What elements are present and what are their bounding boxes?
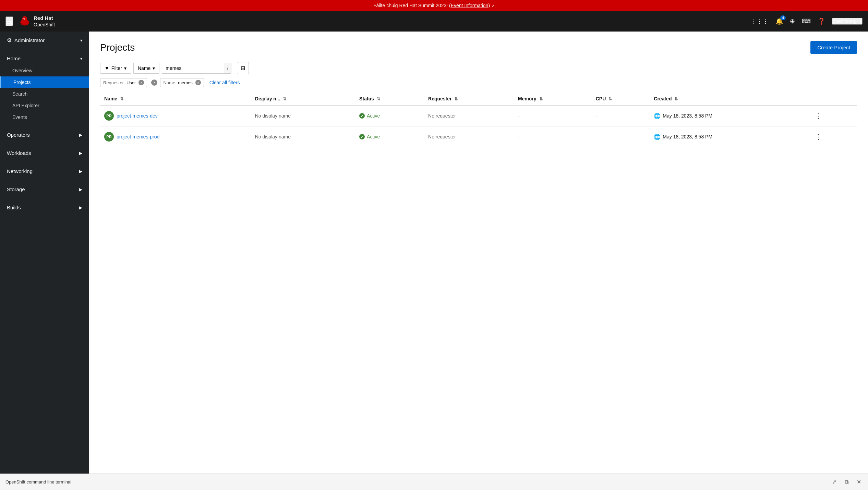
main-content: Projects Create Project ▼ Filter ▾ Name … — [89, 32, 868, 474]
header: ☰ R Red Hat OpenShift ⋮⋮⋮ 🔔 4 ⊕ ⌨ ❓ — [0, 11, 868, 32]
requester-group-clear-button[interactable]: × — [151, 79, 157, 86]
chip-name-value: memes — [178, 80, 193, 85]
sidebar-section-operators-label: Operators — [7, 132, 30, 138]
sidebar-section-home-header[interactable]: Home ▾ — [0, 52, 89, 65]
sort-created-icon[interactable]: ⇅ — [674, 97, 678, 101]
banner-text: Fáilte chuig Red Hat Summit 2023! ( — [373, 3, 451, 8]
sidebar-operators-chevron-icon: ▶ — [79, 133, 82, 137]
col-cpu: CPU ⇅ — [592, 93, 650, 105]
col-display-name: Display n... ⇅ — [251, 93, 355, 105]
chevron-down-icon: ▾ — [859, 19, 862, 24]
cell-name-0: PR project-memes-dev — [100, 105, 251, 126]
gear-icon: ⚙ — [7, 37, 12, 44]
sidebar-item-overview[interactable]: Overview — [0, 65, 89, 76]
sidebar-home-chevron-icon: ▾ — [80, 56, 82, 61]
help-button[interactable]: ❓ — [818, 17, 825, 25]
project-link-1[interactable]: project-memes-prod — [117, 134, 159, 139]
status-label-0: Active — [367, 113, 380, 119]
table-row: PR project-memes-dev No display name Act… — [100, 105, 857, 126]
sort-status-icon[interactable]: ⇅ — [377, 97, 380, 101]
chip-requester-value: User — [126, 80, 136, 85]
svg-text:R: R — [23, 17, 25, 21]
sidebar-section-home-label: Home — [7, 56, 21, 61]
hamburger-menu-button[interactable]: ☰ — [5, 16, 13, 26]
sidebar-section-operators: Operators ▶ — [0, 126, 89, 144]
sort-memory-icon[interactable]: ⇅ — [539, 97, 543, 101]
search-input-wrap: / — [162, 63, 231, 74]
col-name: Name ⇅ — [100, 93, 251, 105]
sidebar-section-operators-header[interactable]: Operators ▶ — [0, 128, 89, 141]
sidebar-section-builds: Builds ▶ — [0, 198, 89, 217]
bottom-bar-popout-button[interactable]: ⧉ — [843, 478, 850, 487]
bottom-bar-close-button[interactable]: ✕ — [855, 477, 863, 487]
role-label: Administrator — [14, 37, 45, 43]
username-label: opentlc-mgr — [833, 19, 858, 24]
cell-created-1: 🌐 May 18, 2023, 8:58 PM — [650, 126, 808, 147]
sidebar-section-workloads-label: Workloads — [7, 150, 31, 156]
manage-columns-button[interactable]: ⊞ — [237, 62, 249, 74]
add-button[interactable]: ⊕ — [790, 17, 795, 25]
notifications-button[interactable]: 🔔 4 — [775, 17, 783, 25]
sort-requester-icon[interactable]: ⇅ — [454, 97, 458, 101]
role-selector[interactable]: ⚙ Administrator ▾ — [0, 32, 89, 49]
cell-action-0: ⋮ — [808, 105, 857, 126]
sidebar-storage-chevron-icon: ▶ — [79, 187, 82, 192]
status-dot-0 — [359, 113, 365, 119]
sidebar-section-workloads-header[interactable]: Workloads ▶ — [0, 147, 89, 159]
project-badge-1: PR — [104, 132, 114, 142]
chip-name-close-button[interactable]: × — [195, 80, 201, 85]
sidebar-item-projects-label: Projects — [13, 79, 31, 85]
name-filter-chevron-icon: ▾ — [153, 65, 155, 71]
name-filter-dropdown[interactable]: Name ▾ — [133, 63, 159, 74]
page-title: Projects — [100, 42, 135, 53]
sidebar-section-builds-label: Builds — [7, 205, 21, 210]
sort-cpu-icon[interactable]: ⇅ — [608, 97, 612, 101]
sidebar-item-events[interactable]: Events — [0, 111, 89, 123]
table-header: Name ⇅ Display n... ⇅ Status ⇅ Requester… — [100, 93, 857, 105]
search-input[interactable] — [162, 63, 224, 73]
status-label-1: Active — [367, 134, 380, 139]
banner-link[interactable]: Event Information — [451, 3, 489, 8]
filter-button[interactable]: ▼ Filter ▾ — [100, 63, 131, 74]
sidebar-item-projects[interactable]: Projects — [0, 76, 89, 88]
bottom-bar-expand-button[interactable]: ⤢ — [831, 477, 838, 487]
columns-icon: ⊞ — [241, 65, 245, 71]
brand-text: Red Hat OpenShift — [34, 15, 55, 28]
cell-memory-0: - — [514, 105, 592, 126]
sidebar-networking-chevron-icon: ▶ — [79, 169, 82, 174]
filter-chip-name: Name memes × — [160, 78, 204, 87]
sidebar-item-api-explorer[interactable]: API Explorer — [0, 100, 89, 111]
sidebar-section-networking-header[interactable]: Networking ▶ — [0, 165, 89, 177]
sidebar-section-storage-label: Storage — [7, 186, 25, 192]
col-requester: Requester ⇅ — [424, 93, 514, 105]
cell-requester-0: No requester — [424, 105, 514, 126]
table-row: PR project-memes-prod No display name Ac… — [100, 126, 857, 147]
app-launcher-button[interactable]: ⋮⋮⋮ — [750, 17, 769, 25]
terminal-button[interactable]: ⌨ — [802, 17, 811, 25]
terminal-label: OpenShift command line terminal — [5, 479, 71, 485]
sidebar-section-storage-header[interactable]: Storage ▶ — [0, 183, 89, 196]
chip-requester-close-button[interactable]: × — [138, 80, 144, 85]
sidebar-item-search[interactable]: Search — [0, 88, 89, 100]
sort-name-icon[interactable]: ⇅ — [120, 97, 123, 101]
page-header: Projects Create Project — [100, 41, 857, 54]
sort-displayname-icon[interactable]: ⇅ — [283, 97, 286, 101]
sidebar-section-workloads: Workloads ▶ — [0, 144, 89, 162]
project-link-0[interactable]: project-memes-dev — [117, 113, 158, 119]
active-filters-bar: Requester User × × Name memes × Clear al… — [100, 78, 857, 87]
created-date-0: May 18, 2023, 8:58 PM — [663, 113, 712, 119]
row-action-menu-1[interactable]: ⋮ — [812, 131, 825, 142]
sidebar: ⚙ Administrator ▾ Home ▾ Overview Projec… — [0, 32, 89, 474]
filter-icon: ▼ — [105, 65, 109, 71]
user-menu-button[interactable]: opentlc-mgr ▾ — [832, 18, 863, 25]
clear-all-filters-button[interactable]: Clear all filters — [207, 78, 243, 87]
cell-cpu-0: - — [592, 105, 650, 126]
external-link-icon: ↗ — [491, 3, 495, 8]
sidebar-item-overview-label: Overview — [12, 68, 32, 73]
create-project-button[interactable]: Create Project — [810, 41, 857, 54]
help-icon: ❓ — [818, 17, 825, 25]
sidebar-section-builds-header[interactable]: Builds ▶ — [0, 201, 89, 214]
row-action-menu-0[interactable]: ⋮ — [812, 110, 825, 121]
col-status: Status ⇅ — [355, 93, 424, 105]
cell-display-1: No display name — [251, 126, 355, 147]
